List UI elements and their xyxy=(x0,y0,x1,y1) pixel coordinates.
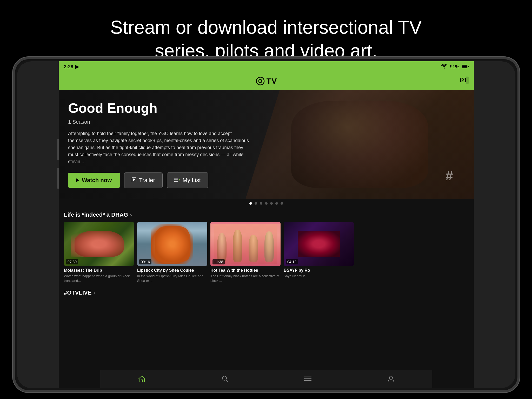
svg-rect-6 xyxy=(466,77,469,84)
card-title-lipstick: Lipstick City by Shea Couleé xyxy=(137,268,207,273)
card-bsayf[interactable]: 04:12 BSAYF by Ro Saya Naomi is... xyxy=(284,222,354,283)
hero-seasons: 1 Season xyxy=(68,119,319,125)
hashtag-watermark: # xyxy=(445,168,453,183)
card-title-molasses: Molasses: The Drip xyxy=(64,268,134,273)
card-thumb-molasses: 07:30 xyxy=(64,222,134,266)
search-icon xyxy=(222,375,228,383)
trailer-label: Trailer xyxy=(139,177,155,184)
nav-search[interactable] xyxy=(222,375,228,383)
svg-marker-8 xyxy=(133,178,135,181)
battery-percent: 91% xyxy=(450,64,459,70)
carousel-dot-6[interactable] xyxy=(275,202,278,205)
volume-button-up[interactable] xyxy=(57,139,59,160)
trailer-button[interactable]: Trailer xyxy=(124,172,163,188)
otvlive-section-title: #OTVLIVE xyxy=(64,289,91,296)
tablet-right-bezel xyxy=(474,61,515,388)
volume-button-down[interactable] xyxy=(57,168,59,189)
menu-icon xyxy=(304,376,311,382)
nav-menu[interactable] xyxy=(304,376,311,382)
card-duration-bsayf: 04:12 xyxy=(286,259,298,264)
bottom-nav xyxy=(100,370,432,388)
card-duration-molasses: 07:30 xyxy=(66,259,78,264)
hero-buttons: Watch now Trailer My List xyxy=(68,172,319,188)
drag-section: Life is *indeed* a DRAG › 07:30 xyxy=(59,208,474,286)
cast-icon[interactable] xyxy=(460,77,469,86)
svg-point-3 xyxy=(256,77,264,85)
card-desc-lipstick: In the world of Lipstick City Miss Coule… xyxy=(137,274,207,283)
otvlive-section-chevron[interactable]: › xyxy=(94,290,95,296)
profile-icon xyxy=(388,375,394,383)
watch-now-button[interactable]: Watch now xyxy=(68,173,120,188)
card-title-bsayf: BSAYF by Ro xyxy=(284,268,354,273)
otvlive-section-header: #OTVLIVE › xyxy=(64,289,469,296)
carousel-dot-5[interactable] xyxy=(270,202,273,205)
trailer-play-icon xyxy=(132,177,136,184)
nav-home[interactable] xyxy=(138,375,145,383)
tablet-frame: 2:28 ▶ 91% xyxy=(13,57,520,392)
drag-section-chevron[interactable]: › xyxy=(130,212,132,218)
nav-profile[interactable] xyxy=(388,375,394,383)
card-desc-molasses: Watch what happens when a group of Black… xyxy=(64,274,134,283)
svg-marker-14 xyxy=(139,376,145,382)
drag-content-row: 07:30 Molasses: The Drip Watch what happ… xyxy=(64,222,469,283)
svg-point-4 xyxy=(259,79,262,83)
watch-now-label: Watch now xyxy=(82,177,112,184)
card-thumb-lipstick: 09:16 xyxy=(137,222,207,266)
card-duration-lipstick: 09:16 xyxy=(139,259,151,264)
mylist-button[interactable]: My List xyxy=(167,172,208,188)
svg-rect-1 xyxy=(468,66,469,67)
tablet-left-bezel xyxy=(17,61,59,388)
mylist-icon xyxy=(174,177,180,184)
carousel-dot-3[interactable] xyxy=(260,202,262,205)
status-right: 91% xyxy=(441,64,469,70)
svg-rect-2 xyxy=(462,65,467,68)
hero-title: Good Enough xyxy=(68,100,319,116)
play-icon: ▶ xyxy=(75,64,79,70)
drag-section-title: Life is *indeed* a DRAG xyxy=(64,211,128,218)
nav-bar: TV xyxy=(59,72,474,90)
wifi-icon xyxy=(441,64,447,70)
status-bar: 2:28 ▶ 91% xyxy=(59,61,474,72)
status-left: 2:28 ▶ xyxy=(64,64,79,70)
hero-section: Good Enough 1 Season Attempting to hold … xyxy=(59,90,474,199)
carousel-dot-4[interactable] xyxy=(265,202,268,205)
card-duration-hottea: 11:38 xyxy=(212,259,225,264)
carousel-dot-7[interactable] xyxy=(281,202,283,205)
otvlive-section: #OTVLIVE › xyxy=(59,286,474,301)
mylist-label: My List xyxy=(183,177,201,184)
hero-content: Good Enough 1 Season Attempting to hold … xyxy=(59,90,329,198)
card-desc-hottea: The Unfriendly black hotties are a colle… xyxy=(210,274,281,283)
battery-icon xyxy=(462,64,469,70)
carousel-dots xyxy=(59,199,474,208)
logo-text: TV xyxy=(267,77,277,85)
carousel-dot-2[interactable] xyxy=(255,202,257,205)
app-logo: TV xyxy=(256,76,277,86)
carousel-dot-1[interactable] xyxy=(249,202,252,205)
card-title-hottea: Hot Tea With the Hotties xyxy=(210,268,281,273)
drag-section-header: Life is *indeed* a DRAG › xyxy=(64,211,469,218)
svg-point-20 xyxy=(389,376,393,379)
card-thumb-bsayf: 04:12 xyxy=(284,222,354,266)
time-display: 2:28 xyxy=(64,64,73,70)
card-desc-bsayf: Saya Naomi is... xyxy=(284,274,354,278)
card-hottea[interactable]: 11:38 Hot Tea With the Hotties The Unfri… xyxy=(210,222,281,283)
card-lipstick[interactable]: 09:16 Lipstick City by Shea Couleé In th… xyxy=(137,222,207,283)
card-thumb-hottea: 11:38 xyxy=(210,222,281,266)
logo-circle-icon xyxy=(256,76,265,86)
hero-description: Attempting to hold their family together… xyxy=(68,130,250,165)
play-icon-watch xyxy=(76,178,79,182)
screen-content: 2:28 ▶ 91% xyxy=(59,61,474,388)
card-molasses[interactable]: 07:30 Molasses: The Drip Watch what happ… xyxy=(64,222,134,283)
svg-line-16 xyxy=(226,380,228,382)
home-icon xyxy=(138,375,145,383)
